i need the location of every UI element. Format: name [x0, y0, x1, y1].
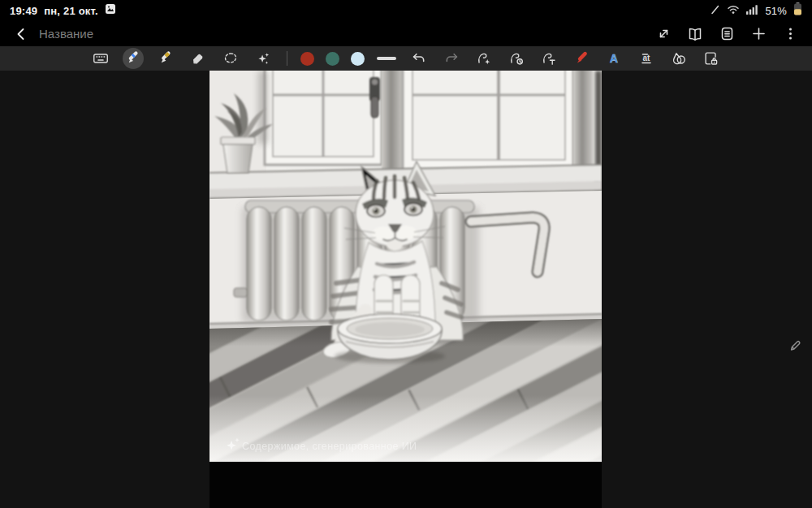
status-bar: 19:49 пн, 21 окт. 51% — [0, 0, 812, 21]
note-canvas[interactable]: Содержимое, сгенерированное ИИ — [0, 71, 812, 508]
floating-pencil-button[interactable] — [783, 332, 807, 356]
battery-icon — [793, 2, 802, 19]
page-view-button[interactable] — [685, 24, 706, 45]
back-button[interactable] — [11, 24, 31, 44]
ai-watermark: Содержимое, сгенерированное ИИ — [227, 438, 417, 453]
note-page-drawing[interactable]: Содержимое, сгенерированное ИИ — [209, 71, 602, 462]
pen-tool-button[interactable] — [123, 48, 144, 69]
more-options-button[interactable] — [780, 24, 801, 45]
text-color-button[interactable]: A — [603, 48, 624, 69]
status-time: 19:49 — [10, 5, 37, 17]
status-date: пн, 21 окт. — [44, 5, 97, 17]
screenshot-thumbnail-icon — [105, 3, 116, 18]
color-swatch-teal[interactable] — [326, 52, 339, 66]
lock-page-button[interactable] — [701, 48, 722, 69]
pen-to-time-button[interactable] — [506, 48, 527, 69]
stroke-width-preview — [377, 57, 396, 60]
stylus-icon — [710, 3, 720, 18]
toolbar-divider — [287, 51, 287, 66]
note-page-dark-section — [209, 462, 602, 508]
samsung-notes-screen: 19:49 пн, 21 окт. 51% Назва — [0, 0, 812, 508]
ai-assist-tool-button[interactable] — [253, 48, 274, 69]
note-header: Название — [0, 21, 812, 46]
shapes-button[interactable] — [668, 48, 689, 69]
color-swatch-red[interactable] — [300, 52, 314, 66]
lasso-select-tool-button[interactable] — [220, 48, 241, 69]
pen-to-beautify-button[interactable] — [473, 48, 495, 69]
wifi-icon — [727, 3, 740, 18]
note-title[interactable]: Название — [39, 27, 653, 41]
stroke-width-button[interactable] — [376, 48, 397, 69]
signal-icon — [746, 3, 758, 18]
svg-text:A: A — [610, 53, 618, 65]
red-marker-button[interactable] — [571, 48, 592, 69]
pen-to-text-button[interactable] — [538, 48, 559, 69]
expand-button[interactable] — [653, 24, 674, 45]
text-format-button[interactable]: at — [636, 48, 657, 69]
eraser-tool-button[interactable] — [188, 48, 209, 69]
svg-text:at: at — [643, 54, 651, 62]
drawing-toolbar: A at — [0, 46, 812, 71]
highlighter-tool-button[interactable] — [155, 48, 176, 69]
redo-button[interactable] — [441, 48, 462, 69]
page-list-button[interactable] — [716, 24, 737, 45]
cat-radiator-artwork: Содержимое, сгенерированное ИИ — [209, 71, 602, 462]
keyboard-tool-button[interactable] — [90, 48, 111, 69]
add-page-button[interactable] — [748, 24, 769, 45]
color-swatch-lightblue[interactable] — [351, 52, 365, 66]
watermark-text: Содержимое, сгенерированное ИИ — [242, 441, 417, 452]
undo-button[interactable] — [408, 48, 430, 69]
battery-percent: 51% — [765, 5, 787, 17]
